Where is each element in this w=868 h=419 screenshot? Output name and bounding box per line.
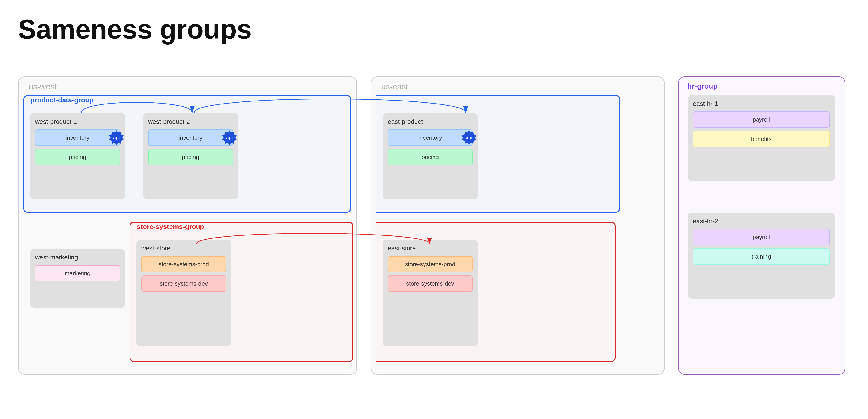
node-east-hr-2-title: east-hr-2 — [693, 218, 830, 225]
node-west-store: west-store store-systems-prod store-syst… — [136, 240, 231, 346]
hr-group-label: hr-group — [686, 81, 719, 91]
node-west-product-1: west-product-1 inventory api pricing — [30, 113, 125, 199]
api-badge-wp2: api — [222, 130, 237, 145]
node-east-store: east-store store-systems-prod store-syst… — [383, 240, 477, 346]
node-east-store-title: east-store — [388, 245, 473, 252]
node-west-marketing-title: west-marketing — [35, 254, 120, 261]
service-inventory-ep: inventory api — [388, 129, 473, 146]
api-badge-wp1: api — [109, 130, 124, 145]
service-payroll-hr2: payroll — [693, 229, 830, 245]
node-east-hr-2: east-hr-2 payroll training — [688, 213, 835, 298]
service-marketing: marketing — [35, 265, 120, 281]
service-inventory-wp1: inventory api — [35, 129, 120, 146]
node-west-marketing: west-marketing marketing — [30, 249, 125, 308]
service-store-dev-ws: store-systems-dev — [141, 276, 226, 292]
page-title: Sameness groups — [18, 13, 850, 45]
store-group-label: store-systems-group — [135, 222, 206, 231]
main-canvas: us-west product-data-group west-product-… — [18, 58, 850, 397]
service-benefits-hr1: benefits — [693, 131, 830, 147]
node-west-store-title: west-store — [141, 245, 226, 252]
node-east-product-title: east-product — [388, 118, 473, 125]
node-east-hr-1-title: east-hr-1 — [693, 100, 830, 107]
region-us-east: us-east east-product inventory api prici… — [371, 76, 664, 375]
node-east-product: east-product inventory api pricing — [383, 113, 477, 199]
region-us-west-label: us-west — [29, 82, 57, 92]
service-pricing-wp2: pricing — [148, 149, 233, 165]
service-store-prod-ws: store-systems-prod — [141, 256, 226, 272]
region-hr: hr-group east-hr-1 payroll benefits east… — [678, 76, 845, 375]
service-payroll-hr1: payroll — [693, 111, 830, 128]
node-west-product-2-title: west-product-2 — [148, 118, 233, 125]
node-east-hr-1: east-hr-1 payroll benefits — [688, 95, 835, 181]
service-store-dev-es: store-systems-dev — [388, 276, 473, 292]
service-training-hr2: training — [693, 248, 830, 265]
node-west-product-2: west-product-2 inventory api pricing — [143, 113, 238, 199]
service-pricing-wp1: pricing — [35, 149, 120, 165]
node-west-product-1-title: west-product-1 — [35, 118, 120, 125]
service-inventory-wp2: inventory api — [148, 129, 233, 146]
region-us-east-label: us-east — [381, 82, 408, 92]
region-us-west: us-west product-data-group west-product-… — [18, 76, 357, 375]
service-store-prod-es: store-systems-prod — [388, 256, 473, 272]
product-group-label: product-data-group — [29, 95, 95, 105]
service-pricing-ep: pricing — [388, 149, 473, 165]
api-badge-ep: api — [462, 130, 476, 145]
